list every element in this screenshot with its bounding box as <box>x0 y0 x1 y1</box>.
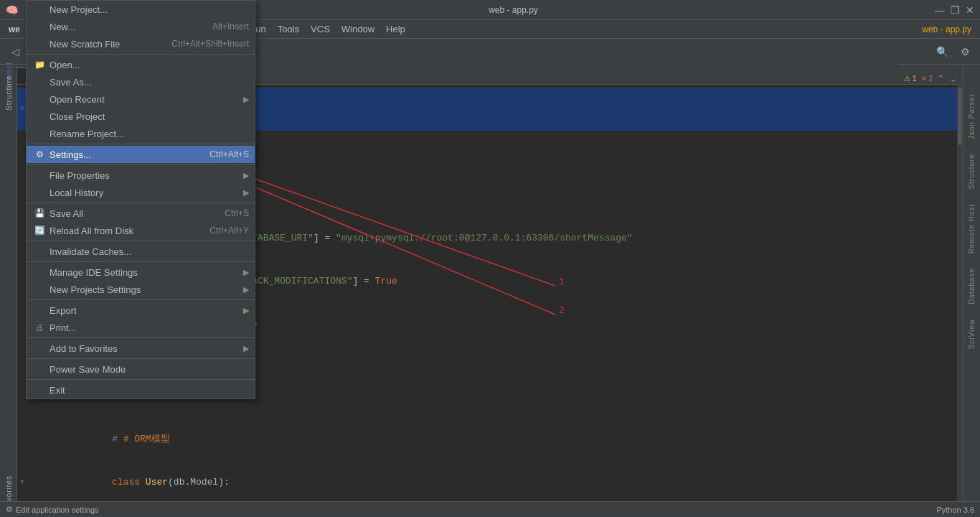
menu-file-properties[interactable]: File Properties ▶ <box>27 167 255 184</box>
save-all-shortcut: Ctrl+S <box>225 208 249 218</box>
menu-save-all[interactable]: 💾 Save All Ctrl+S <box>27 205 255 222</box>
menu-new-scratch[interactable]: New Scratch File Ctrl+Alt+Shift+Insert <box>27 35 255 52</box>
right-panel-structure[interactable]: Structure <box>968 154 976 190</box>
manage-ide-label: Manage IDE Settings <box>50 267 243 278</box>
edit-settings-icon: ⚙ <box>6 505 13 514</box>
menu-close-project[interactable]: Close Project <box>27 108 255 125</box>
reload-label: Reload All from Disk <box>50 225 209 236</box>
divider-9 <box>27 358 255 359</box>
menu-export[interactable]: Export ▶ <box>27 302 255 319</box>
scroll-thumb[interactable] <box>958 88 962 145</box>
divider-1 <box>27 54 255 55</box>
favorites-icon[interactable]: Favorites <box>1 485 17 501</box>
reload-shortcut: Ctrl+Alt+Y <box>209 225 249 236</box>
edit-app-settings-bar: ⚙ Edit application settings Python 3.6 <box>0 501 980 517</box>
menu-print[interactable]: 🖨 Print... <box>27 319 255 336</box>
menu-item-tools[interactable]: Tools <box>272 22 305 36</box>
error-badge: ✕ 2 <box>921 75 933 83</box>
settings-gear-btn[interactable]: ⚙ <box>956 42 974 61</box>
right-panel-sciview[interactable]: SciView <box>968 319 976 349</box>
menu-item-help[interactable]: Help <box>380 22 411 36</box>
unfold-all-btn[interactable]: ⌄ <box>949 73 957 84</box>
divider-2 <box>27 144 255 144</box>
warning-badge: ⚠ 1 <box>904 75 916 83</box>
menu-item-window[interactable]: Window <box>336 22 380 36</box>
fold-icon-class[interactable]: ▼ <box>17 475 27 490</box>
divider-7 <box>27 299 255 300</box>
settings-label: Settings... <box>50 149 209 160</box>
python-version-label[interactable]: Python 3.6 <box>936 506 974 514</box>
settings-shortcut: Ctrl+Alt+S <box>209 149 249 159</box>
divider-4 <box>27 202 255 203</box>
right-panel-remote-host[interactable]: Remote Host <box>968 204 976 253</box>
menu-open-recent[interactable]: Open Recent ▶ <box>27 90 255 108</box>
open-recent-label: Open Recent <box>50 94 243 105</box>
print-label: Print... <box>50 322 249 333</box>
divider-8 <box>27 337 255 338</box>
code-line-orm: # # ORM模型 <box>17 418 963 461</box>
save-as-label: Save As... <box>50 77 249 88</box>
new-project-label: New Project... <box>50 4 249 15</box>
divider-6 <box>27 261 255 262</box>
right-panel-json-parser[interactable]: Json Parser <box>968 93 976 139</box>
local-history-label: Local History <box>50 187 243 198</box>
menu-exit[interactable]: Exit <box>27 381 255 399</box>
app-icon: 🧠 <box>6 4 18 16</box>
new-projects-arrow: ▶ <box>243 285 249 294</box>
menu-open[interactable]: 📁 Open... <box>27 56 255 73</box>
add-favorites-arrow: ▶ <box>243 344 249 353</box>
settings-icon: ⚙ <box>32 149 47 159</box>
editor-info-bar: ⚠ 1 ✕ 2 ⌃ ⌄ <box>898 73 963 84</box>
file-menu-dropdown: New Project... New... Alt+Insert New Scr… <box>26 0 255 399</box>
menu-item-we[interactable]: we <box>3 23 26 36</box>
file-properties-arrow: ▶ <box>243 171 249 180</box>
menu-new[interactable]: New... Alt+Insert <box>27 18 255 35</box>
new-projects-label: New Projects Settings <box>50 284 243 295</box>
code-line-class: ▼ class User(db.Model): <box>17 461 963 501</box>
divider-10 <box>27 379 255 380</box>
menu-reload[interactable]: 🔄 Reload All from Disk Ctrl+Alt+Y <box>27 222 255 239</box>
local-history-arrow: ▶ <box>243 188 249 197</box>
editor-scrollbar[interactable] <box>957 85 963 501</box>
menu-item-vcs[interactable]: VCS <box>305 22 336 36</box>
export-arrow: ▶ <box>243 306 249 315</box>
open-icon: 📁 <box>32 60 47 70</box>
save-all-icon: 💾 <box>32 208 47 218</box>
code-line-blank3 <box>17 404 963 418</box>
menu-power-save[interactable]: Power Save Mode <box>27 360 255 378</box>
add-favorites-label: Add to Favorites <box>50 343 243 354</box>
manage-ide-arrow: ▶ <box>243 268 249 277</box>
menu-new-project[interactable]: New Project... <box>27 1 255 18</box>
close-btn[interactable]: ✕ <box>966 4 974 16</box>
menu-add-favorites[interactable]: Add to Favorites ▶ <box>27 340 255 357</box>
menu-manage-ide[interactable]: Manage IDE Settings ▶ <box>27 264 255 281</box>
menu-new-projects-settings[interactable]: New Projects Settings ▶ <box>27 281 255 298</box>
right-panel-database[interactable]: Database <box>968 268 976 304</box>
window-controls[interactable]: — ❐ ✕ <box>935 4 974 16</box>
menu-rename-project[interactable]: Rename Project... <box>27 125 255 142</box>
fold-all-btn[interactable]: ⌃ <box>937 73 945 84</box>
toolbar-back-btn[interactable]: ◁ <box>6 42 24 61</box>
search-everywhere-btn[interactable]: 🔍 <box>933 42 951 61</box>
save-all-label: Save All <box>50 208 225 219</box>
print-icon: 🖨 <box>32 322 47 332</box>
right-sidebar: Json Parser Structure Remote Host Databa… <box>963 65 980 501</box>
file-properties-label: File Properties <box>50 170 243 181</box>
invalidate-label: Invalidate Caches... <box>50 246 249 257</box>
export-label: Export <box>50 305 243 316</box>
menu-invalidate-caches[interactable]: Invalidate Caches... <box>27 243 255 260</box>
new-shortcut: Alt+Insert <box>212 22 249 32</box>
center-filename: web - app.py <box>922 24 977 34</box>
divider-3 <box>27 164 255 165</box>
edit-settings-text[interactable]: Edit application settings <box>16 506 99 514</box>
structure-icon[interactable]: Structure <box>1 85 17 101</box>
maximize-btn[interactable]: ❐ <box>951 4 960 16</box>
minimize-btn[interactable]: — <box>935 4 945 16</box>
reload-icon: 🔄 <box>32 225 47 236</box>
menu-save-as[interactable]: Save As... <box>27 73 255 90</box>
new-scratch-shortcut: Ctrl+Alt+Shift+Insert <box>171 39 249 49</box>
menu-local-history[interactable]: Local History ▶ <box>27 184 255 201</box>
power-save-label: Power Save Mode <box>50 364 249 375</box>
menu-settings[interactable]: ⚙ Settings... Ctrl+Alt+S <box>27 146 255 163</box>
open-label: Open... <box>50 60 249 70</box>
